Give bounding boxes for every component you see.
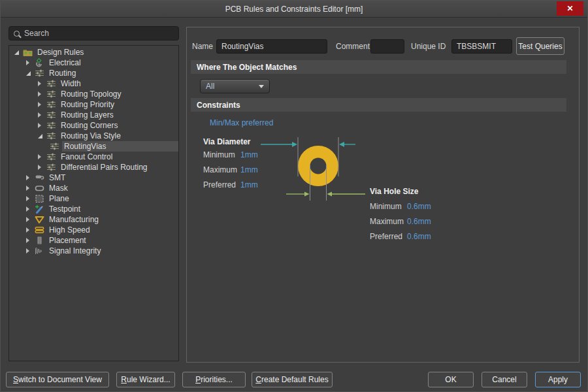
tree-item-routing-priority[interactable]: Routing Priority: [9, 99, 178, 110]
scope-dropdown[interactable]: All: [200, 79, 270, 93]
expand-arrow-icon[interactable]: [26, 248, 35, 253]
expand-arrow-icon[interactable]: [38, 165, 46, 170]
tree-item-label: Fanout Control: [59, 152, 178, 162]
switch-to-document-view-button[interactable]: Switch to Document View: [6, 372, 109, 387]
expand-arrow-icon[interactable]: [26, 227, 35, 233]
name-input[interactable]: [216, 39, 327, 54]
via-hole-preferred-value[interactable]: 0.6mm: [407, 232, 431, 241]
diameter-extent-lines: [298, 137, 338, 176]
rule-category-icon: [46, 121, 57, 130]
scope-dropdown-value: All: [206, 82, 214, 91]
tree-item-manufacturing[interactable]: Manufacturing: [9, 214, 178, 225]
tree-item-signal-integrity[interactable]: Signal Integrity: [9, 246, 178, 256]
expand-arrow-icon[interactable]: [26, 60, 35, 65]
via-diameter-preferred-value[interactable]: 1mm: [240, 180, 258, 189]
titlebar[interactable]: PCB Rules and Constraints Editor [mm] ✕: [1, 1, 587, 18]
tree-item-plane[interactable]: Plane: [9, 193, 178, 204]
tree-item-smt[interactable]: SMT: [9, 172, 178, 183]
collapse-arrow-icon[interactable]: [38, 134, 46, 139]
expand-arrow-icon[interactable]: [26, 175, 35, 180]
tree-item-width[interactable]: Width: [9, 78, 178, 89]
via-hole-minimum-row: Minimum 0.6mm: [370, 202, 431, 211]
constraints-heading: Constraints: [197, 101, 240, 110]
name-label: Name: [192, 42, 213, 51]
tree-item-label: Routing Corners: [59, 120, 178, 131]
cancel-button[interactable]: Cancel: [482, 372, 527, 387]
expand-arrow-icon[interactable]: [38, 123, 46, 128]
tree-item-routing-corners[interactable]: Routing Corners: [9, 120, 178, 131]
tree-item-electrical[interactable]: Electrical: [9, 57, 178, 68]
via-diameter-maximum-row: Maximum 1mm: [203, 165, 258, 174]
rule-category-icon: [46, 110, 57, 120]
tree-item-high-speed[interactable]: High Speed: [9, 225, 178, 235]
minimum-label: Minimum: [203, 150, 240, 159]
rules-tree: Design RulesElectricalRoutingWidthRoutin…: [8, 45, 179, 361]
via-hole-maximum-row: Maximum 0.6mm: [370, 217, 431, 226]
collapse-arrow-icon[interactable]: [14, 50, 23, 55]
via-hole-size-title: Via Hole Size: [370, 187, 431, 196]
via-pad: [298, 146, 338, 186]
via-hole: [310, 158, 327, 174]
tree-item-routing[interactable]: Routing: [9, 68, 178, 78]
tree-item-routing-layers[interactable]: Routing Layers: [9, 110, 178, 120]
collapse-arrow-icon[interactable]: [26, 71, 35, 76]
via-diameter-minimum-value[interactable]: 1mm: [240, 150, 258, 159]
ok-button[interactable]: OK: [428, 372, 474, 387]
expand-arrow-icon[interactable]: [38, 154, 46, 159]
unique-id-label: Unique ID: [411, 42, 446, 51]
tree-item-routingvias[interactable]: RoutingVias: [9, 141, 178, 152]
priorities-button[interactable]: Priorities...: [182, 372, 246, 387]
hole-arrowheads: [304, 192, 332, 197]
plane-icon: [35, 194, 45, 203]
create-default-rules-button[interactable]: Create Default Rules: [252, 372, 333, 387]
expand-arrow-icon[interactable]: [26, 206, 35, 212]
section-where-object-matches: Where The Object Matches: [191, 60, 566, 74]
rule-category-icon: [46, 90, 57, 99]
close-button[interactable]: ✕: [557, 1, 583, 16]
expand-arrow-icon[interactable]: [38, 112, 46, 118]
tree-item-label: Routing Priority: [59, 99, 178, 110]
expand-arrow-icon[interactable]: [26, 186, 35, 191]
rule-wizard-button[interactable]: Rule Wizard...: [116, 372, 175, 387]
tree-item-routing-topology[interactable]: Routing Topology: [9, 89, 178, 99]
tree-item-label: Design Rules: [35, 47, 178, 57]
search-input[interactable]: [24, 29, 174, 38]
via-hole-minimum-value[interactable]: 0.6mm: [407, 202, 431, 211]
expand-arrow-icon[interactable]: [38, 102, 46, 107]
tree-item-testpoint[interactable]: Testpoint: [9, 204, 178, 214]
unique-id-input[interactable]: [451, 39, 512, 54]
tree-item-placement[interactable]: Placement: [9, 235, 178, 246]
tree-item-design-rules[interactable]: Design Rules: [9, 47, 178, 57]
expand-arrow-icon[interactable]: [26, 196, 35, 201]
high-speed-icon: [35, 225, 45, 235]
tree-item-label: Placement: [47, 235, 178, 246]
tree-item-label: Routing: [47, 68, 178, 78]
test-queries-button[interactable]: Test Queries: [516, 37, 564, 55]
tree-item-fanout-control[interactable]: Fanout Control: [9, 152, 178, 162]
expand-arrow-icon[interactable]: [38, 91, 46, 97]
rule-category-icon: [46, 131, 57, 140]
expand-arrow-icon[interactable]: [26, 217, 35, 222]
tree-item-label: Manufacturing: [47, 214, 178, 225]
tree-item-label: Routing Topology: [59, 89, 178, 99]
tree-item-mask[interactable]: Mask: [9, 183, 178, 193]
search-box[interactable]: [8, 26, 179, 41]
rule-editor-panel: Name Comment Unique ID Test Queries Wher…: [186, 27, 580, 363]
apply-button[interactable]: Apply: [535, 372, 581, 387]
via-diameter-constraints: Via Diameter Minimum 1mm Maximum 1mm Pre…: [203, 137, 258, 195]
via-hole-maximum-value[interactable]: 0.6mm: [407, 217, 431, 226]
electrical-icon: [35, 58, 45, 67]
tree-item-label: Electrical: [47, 57, 178, 68]
placement-icon: [35, 236, 45, 245]
expand-arrow-icon[interactable]: [26, 238, 35, 243]
rule-category-icon: [46, 152, 57, 161]
testpoint-icon: [35, 204, 45, 214]
via-diameter-maximum-value[interactable]: 1mm: [240, 165, 258, 174]
tree-item-differential-pairs-routing[interactable]: Differential Pairs Routing: [9, 162, 178, 172]
tree-item-routing-via-style[interactable]: Routing Via Style: [9, 131, 178, 141]
minmax-preferred-link[interactable]: Min/Max preferred: [210, 118, 273, 127]
tree-item-label: SMT: [47, 172, 178, 183]
expand-arrow-icon[interactable]: [38, 81, 46, 86]
maximum-label: Maximum: [203, 165, 240, 174]
comment-input[interactable]: [370, 39, 404, 54]
